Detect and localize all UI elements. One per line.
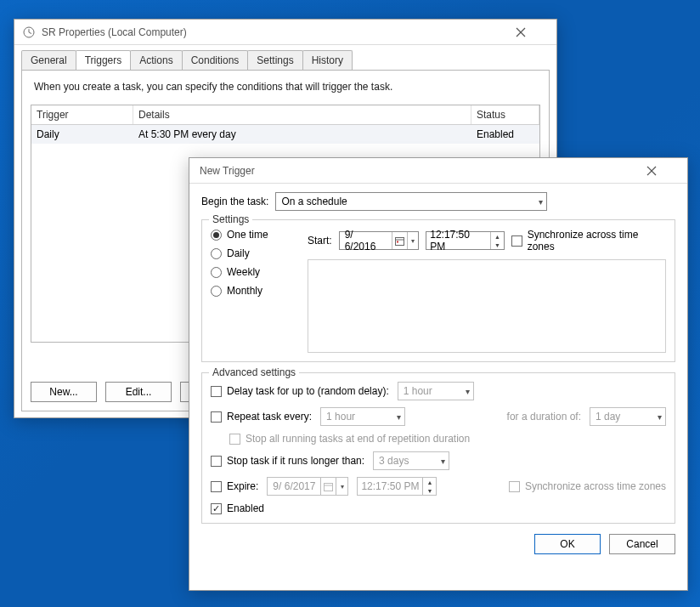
checkbox-icon xyxy=(511,235,522,247)
trigger-buttons: New... Edit... xyxy=(31,382,190,402)
close-button[interactable] xyxy=(516,27,550,37)
col-header-trigger[interactable]: Trigger xyxy=(31,105,133,124)
advanced-legend: Advanced settings xyxy=(209,366,299,378)
cell-trigger: Daily xyxy=(31,125,133,144)
chevron-down-icon: ▾ xyxy=(466,387,470,396)
sync-timezones-checkbox[interactable]: Synchronize across time zones xyxy=(511,229,666,252)
tab-conditions[interactable]: Conditions xyxy=(182,50,249,70)
radio-daily[interactable]: Daily xyxy=(211,247,296,259)
stop-longer-select[interactable]: 3 days ▾ xyxy=(373,451,449,470)
edit-trigger-button[interactable]: Edit... xyxy=(105,382,172,402)
begin-task-select[interactable]: On a schedule ▾ xyxy=(275,192,547,211)
start-date-picker[interactable]: 9/ 6/2016 ▾ xyxy=(339,231,420,250)
dialog-buttons: OK Cancel xyxy=(201,534,675,554)
start-time-spinner[interactable]: 12:17:50 PM ▲▼ xyxy=(426,231,505,250)
desktop: SR Properties (Local Computer) General T… xyxy=(0,0,700,607)
spin-down-icon[interactable]: ▼ xyxy=(491,241,504,249)
delay-task-checkbox[interactable]: Delay task for up to (random delay): xyxy=(211,385,389,397)
col-header-status[interactable]: Status xyxy=(471,105,539,124)
triggers-list-header: Trigger Details Status xyxy=(31,105,539,125)
duration-label: for a duration of: xyxy=(507,411,581,423)
expire-date-picker[interactable]: 9/ 6/2017 ▾ xyxy=(267,477,348,496)
chevron-down-icon: ▾ xyxy=(397,412,401,422)
delay-duration-select[interactable]: 1 hour ▾ xyxy=(398,382,474,400)
svg-line-2 xyxy=(29,32,31,34)
radio-icon xyxy=(211,267,222,278)
checkbox-icon xyxy=(211,503,222,514)
settings-group: Settings One time Daily Weekly Monthly S… xyxy=(201,219,675,362)
spin-down-icon: ▼ xyxy=(423,486,436,495)
close-button[interactable] xyxy=(646,166,680,176)
expire-sync-tz-checkbox: Synchronize across time zones xyxy=(509,480,666,492)
titlebar: New Trigger xyxy=(189,158,687,184)
radio-monthly[interactable]: Monthly xyxy=(211,285,296,297)
ok-button[interactable]: OK xyxy=(534,534,601,554)
spin-up-icon: ▲ xyxy=(423,478,436,486)
expire-checkbox[interactable]: Expire: xyxy=(211,480,258,492)
recurrence-panel xyxy=(308,259,666,353)
cell-status: Enabled xyxy=(471,125,539,144)
chevron-down-icon: ▾ xyxy=(539,197,543,207)
checkbox-icon xyxy=(211,411,222,423)
chevron-down-icon: ▾ xyxy=(441,457,445,466)
tab-history[interactable]: History xyxy=(302,50,353,70)
svg-rect-10 xyxy=(325,483,333,491)
calendar-icon xyxy=(392,232,407,249)
advanced-settings-group: Advanced settings Delay task for up to (… xyxy=(201,372,675,524)
new-trigger-window: New Trigger Begin the task: On a schedul… xyxy=(189,157,688,591)
svg-rect-9 xyxy=(397,241,398,242)
checkbox-icon xyxy=(211,386,222,397)
enabled-checkbox[interactable]: Enabled xyxy=(211,502,264,514)
tab-general[interactable]: General xyxy=(21,50,76,70)
chevron-down-icon: ▾ xyxy=(336,478,347,495)
triggers-intro-text: When you create a task, you can specify … xyxy=(34,81,537,93)
checkbox-icon xyxy=(229,434,240,445)
window-title: SR Properties (Local Computer) xyxy=(42,26,516,38)
checkbox-icon xyxy=(509,481,520,492)
window-title: New Trigger xyxy=(196,165,646,177)
tab-bar: General Triggers Actions Conditions Sett… xyxy=(21,50,550,70)
cancel-button[interactable]: Cancel xyxy=(609,534,675,554)
tab-triggers[interactable]: Triggers xyxy=(76,50,132,70)
cell-details: At 5:30 PM every day xyxy=(133,125,471,144)
repeat-task-checkbox[interactable]: Repeat task every: xyxy=(211,411,312,423)
start-line: Start: 9/ 6/2016 ▾ 12:17:50 PM ▲▼ xyxy=(308,229,666,252)
close-icon xyxy=(516,27,526,37)
tab-settings[interactable]: Settings xyxy=(247,50,302,70)
new-trigger-button[interactable]: New... xyxy=(31,382,97,402)
start-date-value: 9/ 6/2016 xyxy=(340,232,392,249)
settings-legend: Settings xyxy=(209,213,252,225)
begin-task-row: Begin the task: On a schedule ▾ xyxy=(201,192,675,211)
start-time-value: 12:17:50 PM xyxy=(426,232,490,249)
col-header-details[interactable]: Details xyxy=(133,105,471,124)
settings-right: Start: 9/ 6/2016 ▾ 12:17:50 PM ▲▼ xyxy=(308,229,666,353)
radio-icon xyxy=(211,230,222,241)
chevron-down-icon: ▾ xyxy=(658,412,662,422)
repeat-interval-select[interactable]: 1 hour ▾ xyxy=(320,407,405,426)
stop-all-running-checkbox: Stop all running tasks at end of repetit… xyxy=(229,433,470,445)
titlebar: SR Properties (Local Computer) xyxy=(14,20,556,45)
checkbox-icon xyxy=(211,481,222,492)
radio-icon xyxy=(211,248,222,259)
chevron-down-icon: ▾ xyxy=(407,232,419,249)
tab-actions[interactable]: Actions xyxy=(130,50,182,70)
repeat-duration-select[interactable]: 1 day ▾ xyxy=(590,407,666,426)
radio-one-time[interactable]: One time xyxy=(211,229,296,241)
start-label: Start: xyxy=(308,235,332,247)
close-icon xyxy=(646,166,657,176)
begin-task-value: On a schedule xyxy=(281,196,347,207)
dialog-body: Begin the task: On a schedule ▾ Settings… xyxy=(189,184,687,564)
expire-time-spinner[interactable]: 12:17:50 PM ▲▼ xyxy=(357,477,437,496)
begin-task-label: Begin the task: xyxy=(201,196,268,207)
checkbox-icon xyxy=(211,456,222,467)
trigger-row[interactable]: Daily At 5:30 PM every day Enabled xyxy=(31,125,539,144)
stop-if-longer-checkbox[interactable]: Stop task if it runs longer than: xyxy=(211,455,364,467)
calendar-icon xyxy=(320,478,336,495)
spin-up-icon[interactable]: ▲ xyxy=(491,232,504,241)
schedule-radio-group: One time Daily Weekly Monthly xyxy=(211,229,296,353)
clock-icon xyxy=(21,25,37,40)
radio-weekly[interactable]: Weekly xyxy=(211,266,296,278)
radio-icon xyxy=(211,286,222,297)
